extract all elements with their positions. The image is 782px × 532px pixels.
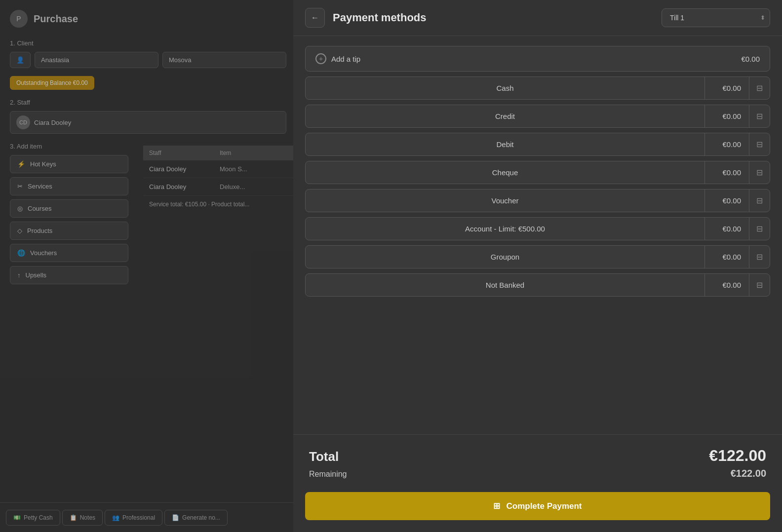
tip-amount: €0.00 bbox=[741, 55, 760, 63]
tip-left: + Add a tip bbox=[315, 53, 360, 64]
payment-row-account: Account - Limit: €500.00 €0.00 ⊟ bbox=[305, 217, 770, 240]
generate-icon: 📄 bbox=[172, 514, 179, 521]
not-banked-button[interactable]: Not Banked bbox=[306, 274, 705, 296]
debit-amount: €0.00 bbox=[705, 133, 749, 155]
payment-row-voucher: Voucher €0.00 ⊟ bbox=[305, 189, 770, 212]
bottom-toolbar: 💵 Petty Cash 📋 Notes 👥 Professional 📄 Ge… bbox=[0, 502, 296, 532]
client-section-label: 1. Client bbox=[10, 39, 286, 47]
payment-row-cheque: Cheque €0.00 ⊟ bbox=[305, 161, 770, 184]
total-label: Total bbox=[309, 449, 339, 464]
remaining-label: Remaining bbox=[309, 470, 347, 479]
hot-keys-icon: ⚡ bbox=[17, 160, 25, 168]
edit-icon: ⊟ bbox=[756, 252, 763, 262]
payment-row-cash: Cash €0.00 ⊟ bbox=[305, 76, 770, 100]
order-table-header: Staff Item bbox=[143, 146, 296, 160]
client-location-input[interactable]: Mosova bbox=[162, 52, 286, 68]
generate-button[interactable]: 📄 Generate no... bbox=[164, 510, 228, 526]
staff-avatar: CD bbox=[16, 115, 30, 129]
back-button[interactable]: ← bbox=[305, 8, 325, 28]
client-row: 👤 Anastasia Mosova bbox=[10, 52, 286, 68]
cash-amount: €0.00 bbox=[705, 77, 749, 99]
add-tip-row[interactable]: + Add a tip €0.00 bbox=[305, 46, 770, 72]
payment-row-debit: Debit €0.00 ⊟ bbox=[305, 133, 770, 156]
left-panel: P Purchase 1. Client 👤 Anastasia Mosova … bbox=[0, 0, 296, 532]
products-button[interactable]: ◇ Products bbox=[10, 222, 128, 240]
edit-icon: ⊟ bbox=[756, 140, 763, 149]
edit-icon: ⊟ bbox=[756, 168, 763, 177]
table-row: Ciara Dooley Moon S... bbox=[143, 160, 296, 178]
payment-row-credit: Credit €0.00 ⊟ bbox=[305, 105, 770, 128]
professional-button[interactable]: 👥 Professional bbox=[105, 510, 162, 526]
staff-row: CD Ciara Dooley bbox=[10, 111, 286, 134]
not-banked-edit-button[interactable]: ⊟ bbox=[749, 274, 770, 296]
cash-edit-button[interactable]: ⊟ bbox=[749, 77, 770, 99]
credit-amount: €0.00 bbox=[705, 105, 749, 127]
not-banked-amount: €0.00 bbox=[705, 274, 749, 296]
account-button[interactable]: Account - Limit: €500.00 bbox=[306, 218, 705, 240]
total-row: Total €122.00 bbox=[309, 447, 766, 465]
edit-icon: ⊟ bbox=[756, 224, 763, 233]
tip-label: Add a tip bbox=[331, 55, 360, 63]
plus-circle-icon: + bbox=[315, 53, 326, 64]
payment-row-groupon: Groupon €0.00 ⊟ bbox=[305, 245, 770, 268]
scissors-icon: ✂ bbox=[17, 183, 23, 190]
payment-row-not-banked: Not Banked €0.00 ⊟ bbox=[305, 273, 770, 297]
order-footer: Service total: €105.00 · Product total..… bbox=[143, 196, 296, 213]
total-section: Total €122.00 Remaining €122.00 bbox=[293, 434, 782, 492]
back-arrow-icon: ← bbox=[311, 13, 319, 22]
edit-icon: ⊟ bbox=[756, 280, 763, 290]
cheque-amount: €0.00 bbox=[705, 161, 749, 184]
products-icon: ◇ bbox=[17, 227, 22, 234]
courses-button[interactable]: ◎ Courses bbox=[10, 199, 128, 218]
debit-button[interactable]: Debit bbox=[306, 133, 705, 155]
complete-payment-button[interactable]: ⊞ Complete Payment bbox=[305, 492, 770, 520]
professional-icon: 👥 bbox=[112, 514, 119, 521]
cheque-button[interactable]: Cheque bbox=[306, 161, 705, 184]
client-name-input[interactable]: Anastasia bbox=[35, 52, 158, 68]
edit-icon: ⊟ bbox=[756, 112, 763, 121]
staff-name-input[interactable]: CD Ciara Dooley bbox=[10, 111, 286, 134]
complete-payment-icon: ⊞ bbox=[493, 501, 500, 511]
client-icon-box: 👤 bbox=[10, 52, 31, 68]
petty-cash-icon: 💵 bbox=[13, 514, 21, 521]
total-amount: €122.00 bbox=[709, 447, 766, 465]
vouchers-icon: 🌐 bbox=[17, 249, 25, 257]
credit-edit-button[interactable]: ⊟ bbox=[749, 105, 770, 127]
voucher-button[interactable]: Voucher bbox=[306, 190, 705, 212]
upsells-icon: ↑ bbox=[17, 271, 21, 279]
app-icon: P bbox=[10, 10, 28, 28]
app-title: Purchase bbox=[34, 13, 78, 25]
app-header: P Purchase bbox=[10, 10, 286, 28]
groupon-edit-button[interactable]: ⊟ bbox=[749, 246, 770, 268]
account-edit-button[interactable]: ⊟ bbox=[749, 218, 770, 240]
cheque-edit-button[interactable]: ⊟ bbox=[749, 161, 770, 184]
hot-keys-button[interactable]: ⚡ Hot Keys bbox=[10, 155, 128, 173]
till-selector[interactable]: Till 1 Till 2 bbox=[662, 8, 770, 27]
person-icon: 👤 bbox=[16, 56, 24, 64]
voucher-amount: €0.00 bbox=[705, 190, 749, 212]
payment-methods-panel: ← Payment methods Till 1 Till 2 + Add a … bbox=[293, 0, 782, 532]
payments-body: + Add a tip €0.00 Cash €0.00 ⊟ Credit €0… bbox=[293, 36, 782, 434]
panel-title: Payment methods bbox=[333, 11, 654, 24]
till-wrapper: Till 1 Till 2 bbox=[662, 8, 770, 27]
groupon-button[interactable]: Groupon bbox=[306, 246, 705, 268]
table-row: Ciara Dooley Deluxe... bbox=[143, 178, 296, 196]
groupon-amount: €0.00 bbox=[705, 246, 749, 268]
credit-button[interactable]: Credit bbox=[306, 105, 705, 127]
notes-button[interactable]: 📋 Notes bbox=[62, 510, 103, 526]
debit-edit-button[interactable]: ⊟ bbox=[749, 133, 770, 155]
voucher-edit-button[interactable]: ⊟ bbox=[749, 190, 770, 212]
courses-icon: ◎ bbox=[17, 205, 23, 212]
edit-icon: ⊟ bbox=[756, 196, 763, 205]
petty-cash-button[interactable]: 💵 Petty Cash bbox=[6, 510, 60, 526]
outstanding-balance-badge: Outstanding Balance €0.00 bbox=[10, 76, 94, 90]
panel-header: ← Payment methods Till 1 Till 2 bbox=[293, 0, 782, 36]
order-table: Staff Item Ciara Dooley Moon S... Ciara … bbox=[143, 146, 296, 213]
cash-button[interactable]: Cash bbox=[306, 77, 705, 99]
vouchers-button[interactable]: 🌐 Vouchers bbox=[10, 244, 128, 262]
upsells-button[interactable]: ↑ Upsells bbox=[10, 266, 128, 284]
account-amount: €0.00 bbox=[705, 218, 749, 240]
services-button[interactable]: ✂ Services bbox=[10, 177, 128, 195]
remaining-amount: €122.00 bbox=[731, 468, 766, 479]
remaining-row: Remaining €122.00 bbox=[309, 468, 766, 479]
